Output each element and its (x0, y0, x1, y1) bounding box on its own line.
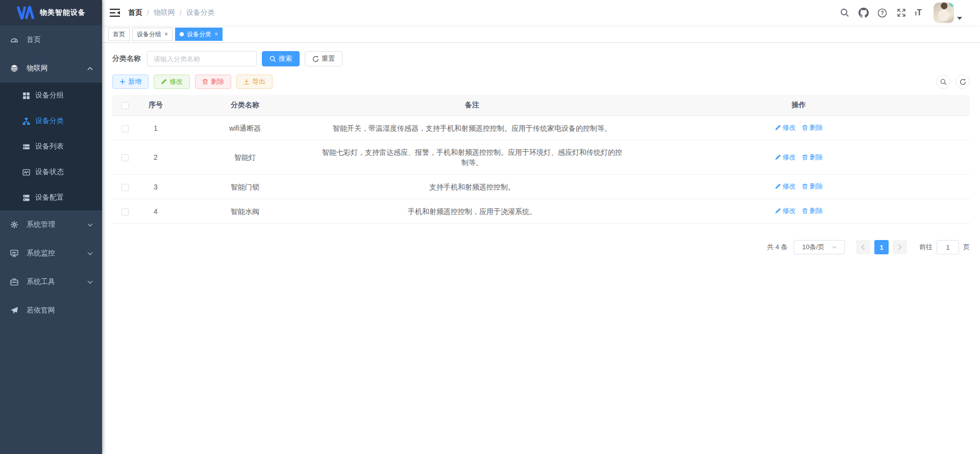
row-delete-link[interactable]: 删除 (802, 206, 823, 216)
breadcrumb-separator: / (147, 9, 149, 17)
sidebar-item-label: 首页 (27, 35, 41, 44)
sidebar-item-label: 设备配置 (35, 193, 64, 202)
cell-name: 智能灯 (174, 140, 316, 175)
download-icon (243, 79, 250, 85)
toolbox-icon (10, 278, 18, 286)
sidebar: 物美智能设备 首页物联网设备分组设备分类设备列表设备状态设备配置系统管理系统监控… (0, 0, 102, 454)
sidebar-item-system-admin[interactable]: 系统管理 (0, 210, 102, 239)
filter-label: 分类名称 (112, 54, 141, 63)
export-button[interactable]: 导出 (236, 75, 273, 89)
chevron-up-icon (87, 67, 93, 70)
tab-label: 设备分类 (187, 30, 211, 39)
dashboard-icon (10, 36, 18, 44)
cell-index: 2 (138, 140, 174, 175)
next-page-button[interactable] (893, 240, 907, 254)
user-menu[interactable] (934, 3, 962, 23)
sidebar-item-official-site[interactable]: 若依官网 (0, 296, 102, 325)
cell-name: wifi通断器 (174, 116, 316, 140)
font-size-icon[interactable]: tT (915, 9, 922, 17)
search-button-icon (270, 56, 276, 62)
row-edit-link[interactable]: 修改 (775, 206, 796, 216)
row-checkbox[interactable] (121, 208, 129, 216)
submenu-iot: 设备分组设备分类设备列表设备状态设备配置 (0, 83, 102, 210)
row-delete-link[interactable]: 删除 (802, 181, 823, 192)
github-icon[interactable] (859, 8, 869, 18)
breadcrumb-separator: / (180, 9, 182, 17)
sidebar-item-device-list[interactable]: 设备列表 (0, 134, 102, 159)
sidebar-item-system-monitor[interactable]: 系统监控 (0, 239, 102, 268)
breadcrumb-item[interactable]: 首页 (128, 8, 142, 17)
column-actions: 操作 (628, 95, 970, 116)
sidebar-item-device-status[interactable]: 设备状态 (0, 159, 102, 185)
sidebar-item-device-config[interactable]: 设备配置 (0, 185, 102, 210)
reset-button[interactable]: 重置 (305, 51, 342, 66)
delete-button[interactable]: 删除 (195, 75, 231, 89)
sidebar-toggle-icon[interactable] (110, 8, 120, 17)
column-remark: 备注 (316, 95, 628, 116)
select-all-checkbox[interactable] (121, 102, 129, 109)
refresh-table-button[interactable] (955, 75, 970, 89)
tags-view-bar: 首页设备分组×设备分类× (102, 26, 980, 43)
chevron-down-icon (87, 280, 93, 284)
cell-actions: 修改删除 (628, 199, 970, 224)
edit-icon (775, 183, 781, 189)
sidebar-item-system-tools[interactable]: 系统工具 (0, 268, 102, 296)
svg-text:?: ? (880, 10, 884, 16)
tab-label: 首页 (113, 30, 125, 39)
toggle-search-button[interactable] (936, 75, 950, 89)
modify-button[interactable]: 修改 (154, 75, 190, 89)
device-config-icon (22, 194, 30, 202)
row-edit-link[interactable]: 修改 (775, 152, 796, 162)
row-edit-link[interactable]: 修改 (775, 181, 796, 192)
sidebar-item-device-category[interactable]: 设备分类 (0, 108, 102, 134)
sidebar-item-label: 设备列表 (35, 142, 64, 151)
breadcrumb-item: 设备分类 (186, 8, 215, 17)
edit-icon (161, 79, 167, 85)
paper-plane-icon (10, 306, 18, 315)
chevron-down-icon (957, 17, 962, 20)
jump-label: 前往 (919, 243, 933, 252)
top-navbar: 首页/物联网/设备分类 ? (102, 0, 980, 26)
table-tools (936, 75, 970, 89)
tab-首页[interactable]: 首页 (108, 28, 130, 41)
category-name-input[interactable] (147, 51, 257, 66)
prev-page-button[interactable] (856, 240, 870, 254)
row-edit-link[interactable]: 修改 (775, 123, 796, 133)
tab-设备分组[interactable]: 设备分组× (132, 28, 173, 41)
avatar[interactable] (934, 3, 954, 23)
logo-icon (16, 6, 35, 19)
fullscreen-icon[interactable] (896, 8, 906, 18)
close-icon[interactable]: × (164, 31, 168, 37)
close-icon[interactable]: × (214, 31, 218, 37)
cell-actions: 修改删除 (628, 175, 970, 199)
row-checkbox[interactable] (121, 125, 129, 132)
sidebar-item-label: 设备分类 (35, 116, 64, 126)
tab-设备分类[interactable]: 设备分类× (175, 28, 223, 41)
sidebar-item-label: 系统管理 (27, 220, 55, 229)
sidebar-item-home[interactable]: 首页 (0, 26, 102, 54)
edit-icon (775, 208, 781, 214)
tab-label: 设备分组 (137, 30, 161, 39)
help-icon[interactable]: ? (877, 8, 888, 18)
search-button[interactable]: 搜索 (262, 51, 300, 66)
page-size-select[interactable]: 10条/页 (794, 240, 845, 254)
table-header-row: 序号 分类名称 备注 操作 (112, 95, 970, 116)
search-icon[interactable] (840, 8, 850, 18)
column-index: 序号 (138, 95, 174, 116)
sidebar-item-device-group[interactable]: 设备分组 (0, 83, 102, 108)
jump-page-input[interactable] (937, 240, 959, 254)
column-name: 分类名称 (174, 95, 316, 116)
add-button[interactable]: 新增 (112, 75, 149, 89)
app-title: 物美智能设备 (40, 8, 86, 17)
trash-icon (802, 154, 808, 160)
row-delete-link[interactable]: 删除 (802, 152, 823, 162)
app-logo[interactable]: 物美智能设备 (0, 0, 102, 26)
row-checkbox[interactable] (121, 154, 129, 161)
row-checkbox[interactable] (121, 184, 129, 191)
sidebar-item-label: 系统工具 (27, 277, 55, 286)
cell-index: 3 (138, 175, 174, 199)
page-number-button[interactable]: 1 (874, 240, 889, 254)
row-delete-link[interactable]: 删除 (802, 123, 823, 133)
sidebar-item-iot[interactable]: 物联网 (0, 54, 102, 83)
chevron-down-icon (87, 252, 93, 255)
